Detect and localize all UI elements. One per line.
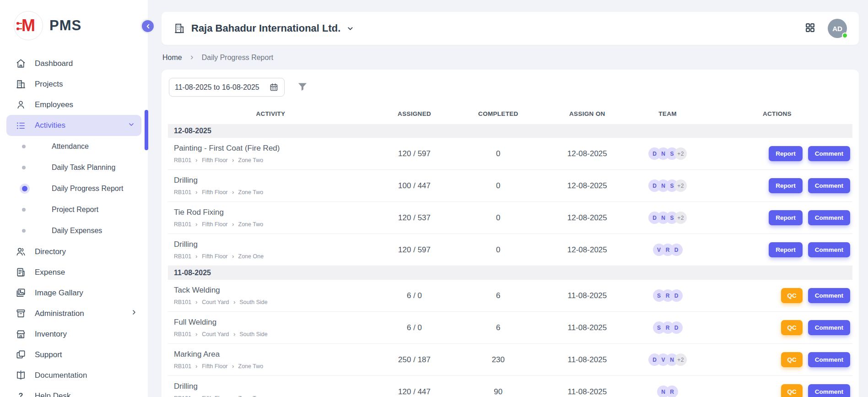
sidebar-item-help-desk[interactable]: ?Help Desk: [0, 386, 148, 397]
completed-value: 90: [455, 387, 541, 397]
bullet-dot-icon: [22, 145, 26, 148]
sidebar-item-dashboard[interactable]: Dashboard: [0, 53, 148, 74]
sidebar-collapse-button[interactable]: [140, 19, 155, 33]
activity-title: Tack Welding: [174, 286, 369, 295]
chevron-right-icon: [231, 255, 235, 259]
assign-on-value: 11-08-2025: [541, 323, 633, 332]
sidebar-item-label: Employees: [35, 100, 73, 109]
qc-button[interactable]: QC: [781, 384, 802, 397]
comment-button[interactable]: Comment: [808, 352, 850, 367]
row-actions: QCComment: [702, 352, 852, 367]
row-actions: QCComment: [702, 320, 852, 335]
sidebar-subitem-daily-progress-report[interactable]: Daily Progress Report: [0, 178, 148, 199]
sidebar-item-support[interactable]: Support: [0, 344, 148, 365]
home-icon: [16, 58, 26, 69]
comment-button[interactable]: Comment: [808, 146, 850, 161]
sidebar-item-documentation[interactable]: Documentation: [0, 365, 148, 386]
sidebar-nav: DashboardProjectsEmployeesActivitiesAtte…: [0, 53, 148, 397]
team-overflow-badge: +2: [674, 179, 687, 192]
assign-on-value: 11-08-2025: [541, 355, 633, 364]
filter-button[interactable]: [297, 81, 308, 94]
comment-button[interactable]: Comment: [808, 288, 850, 303]
assign-on-value: 11-08-2025: [541, 291, 633, 300]
column-header-completed: COMPLETED: [455, 110, 541, 117]
sidebar-item-employees[interactable]: Employees: [0, 94, 148, 115]
sidebar-item-label: Expense: [35, 268, 65, 277]
comment-button[interactable]: Comment: [808, 384, 850, 397]
assigned-value: 100 / 447: [373, 181, 456, 190]
comment-button[interactable]: Comment: [808, 242, 850, 257]
comment-button[interactable]: Comment: [808, 178, 850, 193]
sidebar-item-inventory[interactable]: Inventory: [0, 324, 148, 344]
report-button[interactable]: Report: [769, 242, 803, 257]
comment-button[interactable]: Comment: [808, 210, 850, 225]
path-segment: RB101: [174, 157, 191, 163]
assign-on-value: 12-08-2025: [541, 245, 633, 255]
path-segment: Court Yard: [202, 299, 229, 305]
assigned-value: 250 / 187: [373, 355, 456, 364]
chevron-right-icon: [194, 190, 199, 195]
completed-value: 0: [455, 149, 541, 158]
top-header: Raja Bahadur International Ltd. AD: [162, 12, 859, 45]
activity-row: Tie Rod FixingRB101Fifth FloorZone Two12…: [168, 202, 852, 234]
activity-row: Painting - First Coat (Fire Red)RB101Fif…: [168, 138, 852, 170]
breadcrumb-home[interactable]: Home: [162, 54, 182, 62]
sidebar-item-label: Directory: [35, 247, 66, 256]
report-button[interactable]: Report: [769, 210, 803, 225]
calendar-icon: [269, 82, 279, 92]
sidebar-subitem-daily-task-planning[interactable]: Daily Task Planning: [0, 157, 148, 178]
logo-mark: M: [14, 11, 43, 40]
apps-grid-button[interactable]: [804, 22, 816, 35]
comment-button[interactable]: Comment: [808, 320, 850, 335]
path-segment: RB101: [174, 221, 191, 228]
chevron-right-icon: [232, 332, 237, 337]
path-segment: Fifth Floor: [202, 363, 227, 370]
completed-value: 0: [455, 213, 541, 223]
report-button[interactable]: Report: [769, 146, 803, 161]
column-header-assigned: ASSIGNED: [373, 110, 456, 117]
date-group-header: 12-08-2025: [168, 124, 852, 138]
assign-on-value: 11-08-2025: [541, 387, 633, 397]
team-member-avatar: D: [670, 289, 683, 302]
date-group-header: 11-08-2025: [168, 266, 852, 280]
sidebar-item-expense[interactable]: Expense: [0, 262, 148, 283]
sidebar-subitem-label: Daily Expenses: [52, 227, 102, 235]
completed-value: 6: [455, 323, 541, 332]
sidebar-item-label: Help Desk: [35, 392, 70, 397]
completed-value: 0: [455, 245, 541, 255]
sidebar-item-directory[interactable]: Directory: [0, 241, 148, 262]
content-card: 11-08-2025 to 16-08-2025 ACTIVITY ASSIGN…: [162, 70, 859, 397]
activity-path: RB101Fifth FloorZone Two: [174, 189, 369, 196]
company-selector[interactable]: Raja Bahadur International Ltd.: [173, 22, 354, 34]
team-member-avatar: D: [670, 321, 683, 334]
sidebar-item-activities[interactable]: Activities: [6, 115, 141, 136]
qc-button[interactable]: QC: [781, 288, 802, 303]
company-name: Raja Bahadur International Ltd.: [191, 22, 340, 34]
user-avatar[interactable]: AD: [828, 19, 847, 38]
chevron-right-icon: [130, 309, 138, 318]
sidebar-subitem-attendance[interactable]: Attendance: [0, 136, 148, 157]
funnel-icon: [297, 81, 308, 92]
team-overflow-badge: +2: [674, 147, 687, 160]
completed-value: 0: [455, 181, 541, 190]
path-segment: RB101: [174, 253, 191, 260]
chevron-right-icon: [194, 223, 199, 227]
date-range-input[interactable]: 11-08-2025 to 16-08-2025: [169, 78, 285, 97]
report-button[interactable]: Report: [769, 178, 803, 193]
sidebar-item-image-gallary[interactable]: Image Gallary: [0, 283, 148, 303]
path-segment: Zone Two: [238, 363, 264, 370]
team-overflow-badge: +2: [674, 353, 687, 366]
sidebar-item-projects[interactable]: Projects: [0, 74, 148, 94]
chevron-right-icon: [194, 300, 199, 305]
chevron-right-icon: [231, 364, 235, 369]
sidebar-item-administration[interactable]: Administration: [0, 303, 148, 324]
sidebar-subitem-daily-expenses[interactable]: Daily Expenses: [0, 220, 148, 241]
activity-title: Drilling: [174, 240, 369, 249]
completed-value: 6: [455, 291, 541, 300]
qc-button[interactable]: QC: [781, 352, 802, 367]
completed-value: 230: [455, 355, 541, 364]
team-overflow-badge: +2: [674, 212, 687, 224]
qc-button[interactable]: QC: [781, 320, 802, 335]
activity-title: Marking Area: [174, 350, 369, 359]
sidebar-subitem-project-report[interactable]: Project Report: [0, 199, 148, 220]
